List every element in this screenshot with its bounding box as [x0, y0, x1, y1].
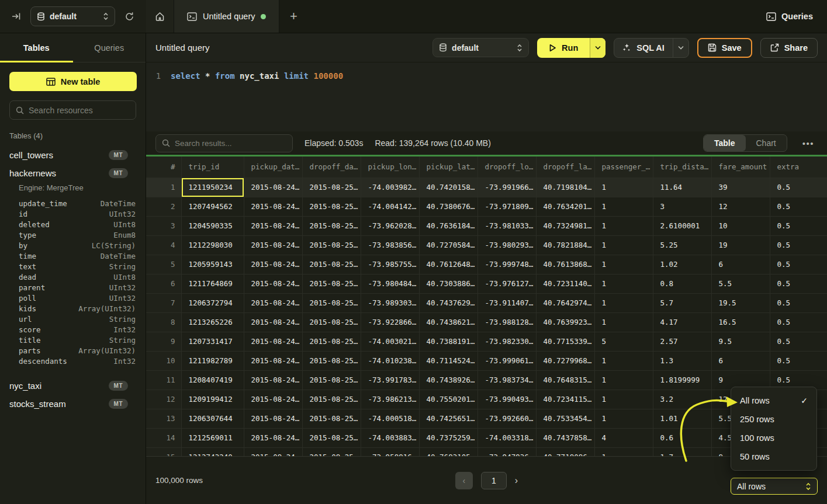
share-button[interactable]: Share — [760, 38, 818, 58]
cell[interactable]: 1212298030 — [181, 235, 244, 255]
run-button[interactable]: Run — [537, 38, 590, 58]
schema-column-row[interactable]: typeEnum8 — [0, 230, 146, 240]
cell[interactable]: 0.5 — [770, 178, 827, 197]
row-number[interactable]: 13 — [146, 409, 181, 428]
cell[interactable]: 1.01 — [653, 409, 711, 428]
cell[interactable]: 2015-08-25… — [302, 274, 361, 293]
view-toggle-chart[interactable]: Chart — [746, 135, 787, 151]
column-header-pickup_dat[interactable]: pickup_dat… — [244, 157, 302, 178]
cell[interactable]: 2015-08-25… — [302, 312, 361, 332]
new-table-button[interactable]: New table — [9, 72, 137, 91]
cell[interactable]: 5 — [594, 332, 653, 351]
row-number[interactable]: 8 — [146, 312, 181, 332]
sidebar-table-nyc-taxi[interactable]: nyc_taxi MT — [0, 377, 146, 395]
cell[interactable]: 1 — [594, 216, 653, 235]
resource-search-input[interactable] — [29, 106, 130, 115]
row-number[interactable]: 9 — [146, 332, 181, 351]
cell[interactable]: -73.986213… — [361, 390, 419, 409]
cell[interactable]: 1.7 — [653, 447, 711, 456]
column-header-dropoff_la[interactable]: dropoff_la… — [536, 157, 594, 178]
cell[interactable]: 2015-08-25… — [302, 178, 361, 197]
cell[interactable]: -73.922866… — [361, 312, 419, 332]
cell[interactable]: -73.962028… — [361, 216, 419, 235]
cell[interactable]: 2015-08-25… — [302, 351, 361, 370]
sql-ai-button[interactable]: SQL AI — [614, 39, 673, 57]
sidebar-table-hackernews[interactable]: hackernews MT — [0, 164, 146, 182]
resource-search[interactable] — [9, 100, 136, 120]
cell[interactable]: 0.5 — [770, 197, 827, 216]
cell[interactable]: -73.911407… — [477, 293, 536, 312]
schema-column-row[interactable]: scoreInt32 — [0, 324, 146, 335]
cell[interactable]: 5.7 — [653, 293, 711, 312]
cell[interactable]: 40.7234115… — [536, 390, 594, 409]
cell[interactable]: -74.000518… — [361, 409, 419, 428]
refresh-button[interactable] — [122, 9, 137, 24]
cell[interactable]: 5.25 — [653, 235, 711, 255]
cell[interactable]: -73.999061… — [477, 351, 536, 370]
row-number[interactable]: 12 — [146, 390, 181, 409]
cell[interactable]: 1208407419 — [181, 370, 244, 390]
sidebar-table-cell-towers[interactable]: cell_towers MT — [0, 146, 146, 164]
cell[interactable]: 0.8 — [653, 274, 711, 293]
cell[interactable]: 40.7437858… — [536, 428, 594, 447]
column-header-pickup_lon[interactable]: pickup_lon… — [361, 157, 419, 178]
column-header-extra[interactable]: extra — [770, 157, 827, 178]
cell[interactable]: 1212743240 — [181, 447, 244, 456]
schema-column-row[interactable]: timeDateTime — [0, 251, 146, 261]
cell[interactable]: 1 — [594, 255, 653, 274]
cell[interactable]: -73.981033… — [477, 216, 536, 235]
cell[interactable]: 2015-08-24… — [244, 312, 302, 332]
cell[interactable]: 40.7420158… — [419, 178, 477, 197]
cell[interactable]: 1212569011 — [181, 428, 244, 447]
cell[interactable]: 40.7642974… — [536, 293, 594, 312]
row-number[interactable]: 15 — [146, 447, 181, 456]
row-number[interactable]: 10 — [146, 351, 181, 370]
cell[interactable]: 1 — [594, 409, 653, 428]
menu-item-250-rows[interactable]: 250 rows — [731, 410, 816, 429]
cell[interactable]: 2.6100001 — [653, 216, 711, 235]
tab-untitled-query[interactable]: Untitled query — [174, 0, 279, 33]
cell[interactable]: -74.004142… — [361, 197, 419, 216]
sidebar-tab-queries[interactable]: Queries — [73, 33, 146, 62]
cell[interactable]: 12 — [711, 197, 770, 216]
schema-column-row[interactable]: partsArray(UInt32) — [0, 345, 146, 356]
schema-column-row[interactable]: pollUInt32 — [0, 293, 146, 303]
previous-page-button[interactable]: ‹ — [455, 472, 473, 489]
cell[interactable]: 40.7648315… — [536, 370, 594, 390]
cell[interactable]: 2015-08-25… — [302, 409, 361, 428]
column-header-trip_dista[interactable]: trip_dista… — [653, 157, 711, 178]
tab-home[interactable] — [146, 0, 174, 33]
cell[interactable]: 2015-08-24… — [244, 390, 302, 409]
cell[interactable]: 2015-08-25… — [302, 370, 361, 390]
cell[interactable]: -73.983856… — [361, 235, 419, 255]
cell[interactable]: -73.991783… — [361, 370, 419, 390]
cell[interactable]: 0.5 — [770, 274, 827, 293]
cell[interactable]: 40.7683105… — [419, 447, 477, 456]
cell[interactable]: 40.7114524… — [419, 351, 477, 370]
cell[interactable]: 2015-08-24… — [244, 409, 302, 428]
new-tab-button[interactable]: + — [279, 0, 307, 33]
cell[interactable]: 6 — [711, 255, 770, 274]
cell[interactable]: 1 — [594, 197, 653, 216]
cell[interactable]: 2015-08-24… — [244, 428, 302, 447]
cell[interactable]: 1211982789 — [181, 351, 244, 370]
cell[interactable]: -73.980293… — [477, 235, 536, 255]
row-number[interactable]: 14 — [146, 428, 181, 447]
schema-column-row[interactable]: deadUInt8 — [0, 272, 146, 282]
run-options-button[interactable] — [590, 38, 605, 58]
cell[interactable]: 40.7375259… — [419, 428, 477, 447]
cell[interactable]: 0.6 — [653, 428, 711, 447]
collapse-sidebar-button[interactable] — [9, 9, 23, 23]
cell[interactable]: 2015-08-25… — [302, 255, 361, 274]
cell[interactable]: 0.5 — [770, 351, 827, 370]
view-toggle-table[interactable]: Table — [704, 135, 746, 151]
row-number[interactable]: 11 — [146, 370, 181, 390]
cell[interactable]: 0.5 — [770, 216, 827, 235]
cell[interactable]: -73.999748… — [477, 255, 536, 274]
column-header-trip_id[interactable]: trip_id — [181, 157, 244, 178]
cell[interactable]: 40.7438621… — [419, 312, 477, 332]
column-header-rownum[interactable]: # — [146, 157, 181, 178]
cell[interactable]: 2015-08-24… — [244, 447, 302, 456]
column-header-passenger_[interactable]: passenger_… — [594, 157, 653, 178]
cell[interactable]: -74.003021… — [361, 332, 419, 351]
